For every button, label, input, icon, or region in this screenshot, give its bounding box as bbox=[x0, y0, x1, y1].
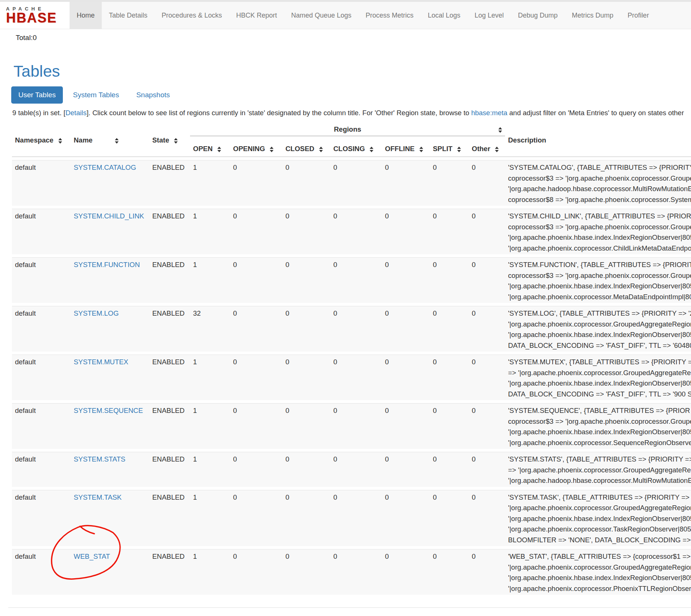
other-count[interactable]: 0 bbox=[469, 211, 505, 254]
open-count[interactable]: 1 bbox=[190, 211, 230, 254]
other-count[interactable]: 0 bbox=[469, 454, 505, 486]
sort-icon[interactable] bbox=[419, 147, 423, 152]
nav-item-profiler[interactable]: Profiler bbox=[621, 2, 656, 29]
sort-icon[interactable] bbox=[217, 147, 221, 152]
column-header-closed[interactable]: CLOSED bbox=[282, 145, 330, 155]
open-count[interactable]: 1 bbox=[190, 492, 230, 546]
nav-item-home[interactable]: Home bbox=[70, 2, 102, 29]
opening-count[interactable]: 0 bbox=[230, 260, 282, 302]
offline-count[interactable]: 0 bbox=[382, 405, 430, 448]
offline-count[interactable]: 0 bbox=[382, 162, 430, 205]
nav-item-metrics-dump[interactable]: Metrics Dump bbox=[565, 2, 621, 29]
split-count[interactable]: 0 bbox=[430, 357, 469, 399]
closing-count[interactable]: 0 bbox=[330, 162, 382, 205]
offline-count[interactable]: 0 bbox=[382, 551, 430, 594]
sort-icon[interactable] bbox=[457, 147, 461, 152]
opening-count[interactable]: 0 bbox=[230, 162, 282, 205]
opening-count[interactable]: 0 bbox=[230, 405, 282, 448]
open-count[interactable]: 32 bbox=[190, 308, 230, 351]
tab-snapshots[interactable]: Snapshots bbox=[129, 86, 177, 104]
split-count[interactable]: 0 bbox=[430, 308, 469, 351]
other-count[interactable]: 0 bbox=[469, 405, 505, 448]
table-name-link[interactable]: SYSTEM.CHILD_LINK bbox=[74, 212, 144, 220]
column-header-closing[interactable]: CLOSING bbox=[330, 145, 382, 155]
closed-count[interactable]: 0 bbox=[282, 492, 330, 546]
sort-icon[interactable] bbox=[498, 127, 502, 133]
closing-count[interactable]: 0 bbox=[330, 260, 382, 302]
opening-count[interactable]: 0 bbox=[230, 454, 282, 486]
table-name-link[interactable]: SYSTEM.CATALOG bbox=[74, 163, 136, 171]
closed-count[interactable]: 0 bbox=[282, 162, 330, 205]
opening-count[interactable]: 0 bbox=[230, 551, 282, 594]
closed-count[interactable]: 0 bbox=[282, 211, 330, 254]
tab-user-tables[interactable]: User Tables bbox=[11, 86, 63, 104]
hbase-meta-link[interactable]: hbase:meta bbox=[471, 109, 507, 117]
column-header-name[interactable]: Name bbox=[71, 136, 149, 144]
column-group-regions[interactable]: Regions bbox=[190, 125, 505, 137]
split-count[interactable]: 0 bbox=[430, 260, 469, 302]
open-count[interactable]: 1 bbox=[190, 357, 230, 399]
tab-system-tables[interactable]: System Tables bbox=[66, 86, 126, 104]
split-count[interactable]: 0 bbox=[430, 492, 469, 546]
column-header-split[interactable]: SPLIT bbox=[430, 145, 469, 155]
closing-count[interactable]: 0 bbox=[330, 357, 382, 399]
sort-icon[interactable] bbox=[495, 147, 499, 152]
offline-count[interactable]: 0 bbox=[382, 308, 430, 351]
other-count[interactable]: 0 bbox=[469, 492, 505, 546]
other-count[interactable]: 0 bbox=[469, 551, 505, 594]
table-name-link[interactable]: SYSTEM.STATS bbox=[74, 455, 125, 463]
other-count[interactable]: 0 bbox=[469, 357, 505, 399]
closing-count[interactable]: 0 bbox=[330, 551, 382, 594]
split-count[interactable]: 0 bbox=[430, 162, 469, 205]
open-count[interactable]: 1 bbox=[190, 260, 230, 302]
opening-count[interactable]: 0 bbox=[230, 211, 282, 254]
table-name-link[interactable]: SYSTEM.LOG bbox=[74, 309, 119, 317]
sort-icon[interactable] bbox=[270, 147, 273, 152]
column-header-open[interactable]: OPEN bbox=[190, 145, 230, 155]
offline-count[interactable]: 0 bbox=[382, 357, 430, 399]
details-link[interactable]: Details bbox=[65, 109, 87, 117]
column-header-other[interactable]: Other bbox=[469, 145, 505, 155]
table-name-link[interactable]: WEB_STAT bbox=[74, 552, 110, 560]
split-count[interactable]: 0 bbox=[430, 454, 469, 486]
closed-count[interactable]: 0 bbox=[282, 551, 330, 594]
nav-item-process-metrics[interactable]: Process Metrics bbox=[358, 2, 421, 29]
other-count[interactable]: 0 bbox=[469, 260, 505, 302]
column-header-state[interactable]: State bbox=[149, 136, 190, 144]
open-count[interactable]: 1 bbox=[190, 454, 230, 486]
nav-item-local-logs[interactable]: Local Logs bbox=[421, 2, 467, 29]
split-count[interactable]: 0 bbox=[430, 211, 469, 254]
nav-item-debug-dump[interactable]: Debug Dump bbox=[511, 2, 565, 29]
opening-count[interactable]: 0 bbox=[230, 308, 282, 351]
table-name-link[interactable]: SYSTEM.FUNCTION bbox=[74, 261, 140, 269]
other-count[interactable]: 0 bbox=[469, 162, 505, 205]
column-header-opening[interactable]: OPENING bbox=[230, 145, 282, 155]
closing-count[interactable]: 0 bbox=[330, 454, 382, 486]
split-count[interactable]: 0 bbox=[430, 551, 469, 594]
opening-count[interactable]: 0 bbox=[230, 357, 282, 399]
nav-item-named-queue-logs[interactable]: Named Queue Logs bbox=[284, 2, 358, 29]
closing-count[interactable]: 0 bbox=[330, 405, 382, 448]
closed-count[interactable]: 0 bbox=[282, 357, 330, 399]
table-name-link[interactable]: SYSTEM.SEQUENCE bbox=[74, 407, 143, 414]
table-name-link[interactable]: SYSTEM.MUTEX bbox=[74, 358, 128, 366]
closed-count[interactable]: 0 bbox=[282, 454, 330, 486]
opening-count[interactable]: 0 bbox=[230, 492, 282, 546]
closing-count[interactable]: 0 bbox=[330, 211, 382, 254]
split-count[interactable]: 0 bbox=[430, 405, 469, 448]
column-header-offline[interactable]: OFFLINE bbox=[382, 145, 430, 155]
sort-icon[interactable] bbox=[58, 138, 62, 144]
offline-count[interactable]: 0 bbox=[382, 260, 430, 302]
closed-count[interactable]: 0 bbox=[282, 308, 330, 351]
open-count[interactable]: 1 bbox=[190, 405, 230, 448]
nav-item-hbck-report[interactable]: HBCK Report bbox=[229, 2, 284, 29]
offline-count[interactable]: 0 bbox=[382, 454, 430, 486]
offline-count[interactable]: 0 bbox=[382, 492, 430, 546]
open-count[interactable]: 1 bbox=[190, 162, 230, 205]
sort-icon[interactable] bbox=[174, 138, 178, 144]
sort-icon[interactable] bbox=[319, 147, 323, 152]
closing-count[interactable]: 0 bbox=[330, 308, 382, 351]
sort-icon[interactable] bbox=[370, 147, 373, 152]
column-header-namespace[interactable]: Namespace bbox=[12, 136, 71, 144]
nav-item-log-level[interactable]: Log Level bbox=[467, 2, 511, 29]
